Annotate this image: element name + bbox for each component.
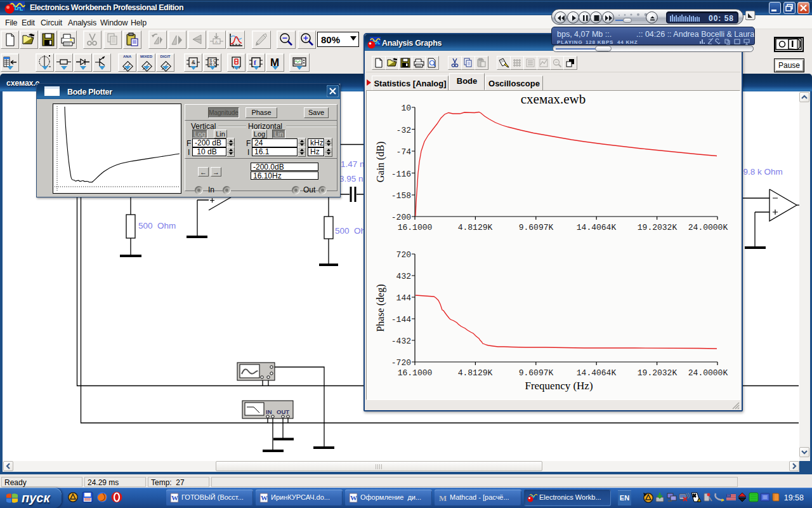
svg-text:-432: -432 <box>391 337 411 346</box>
svg-text:16.1000: 16.1000 <box>398 368 433 378</box>
svg-text:24.0000K: 24.0000K <box>688 368 728 378</box>
svg-text:4.8129K: 4.8129K <box>458 368 493 378</box>
svg-text:f: f <box>254 58 256 66</box>
svg-text:-32: -32 <box>396 126 411 135</box>
svg-text:14.4064K: 14.4064K <box>577 368 617 378</box>
svg-text:-720: -720 <box>391 358 411 368</box>
svg-text:500 Ohm: 500 Ohm <box>138 221 176 231</box>
svg-text:Phase (deg): Phase (deg) <box>375 284 386 331</box>
svg-text:10: 10 <box>401 104 411 113</box>
svg-text:A: A <box>215 40 218 44</box>
svg-text:144: 144 <box>396 293 412 303</box>
svg-text:16.1000: 16.1000 <box>398 223 433 232</box>
svg-text:Gain (dB): Gain (dB) <box>375 142 386 182</box>
svg-text:-158: -158 <box>391 191 411 201</box>
svg-text:19.2032K: 19.2032K <box>638 368 678 378</box>
svg-text:720: 720 <box>396 250 411 260</box>
svg-text:&: & <box>192 59 195 65</box>
svg-text:Frequency (Hz): Frequency (Hz) <box>525 380 593 392</box>
svg-text:cxeмax.ewb: cxeмax.ewb <box>521 91 586 107</box>
svg-text:-144: -144 <box>391 315 411 324</box>
svg-text:-74: -74 <box>396 147 412 157</box>
svg-text:69.8 k Ohm: 69.8 k Ohm <box>738 167 783 177</box>
svg-text:OUT: OUT <box>277 408 289 415</box>
svg-text:19.2032K: 19.2032K <box>638 223 678 232</box>
svg-text:24.0000K: 24.0000K <box>688 223 728 232</box>
svg-text:9.6097K: 9.6097K <box>519 223 554 232</box>
svg-text:-200: -200 <box>391 213 411 222</box>
svg-text:14.4064K: 14.4064K <box>577 223 617 232</box>
svg-text:M: M <box>439 493 447 503</box>
svg-text:W: W <box>350 494 357 502</box>
svg-text:W: W <box>171 494 178 502</box>
svg-text:432: 432 <box>396 272 411 281</box>
svg-text:W: W <box>261 494 268 502</box>
svg-text:IN: IN <box>266 408 272 415</box>
svg-text:9.6097K: 9.6097K <box>519 368 554 378</box>
svg-text:-116: -116 <box>391 170 411 179</box>
svg-text:4.8129K: 4.8129K <box>458 223 493 232</box>
